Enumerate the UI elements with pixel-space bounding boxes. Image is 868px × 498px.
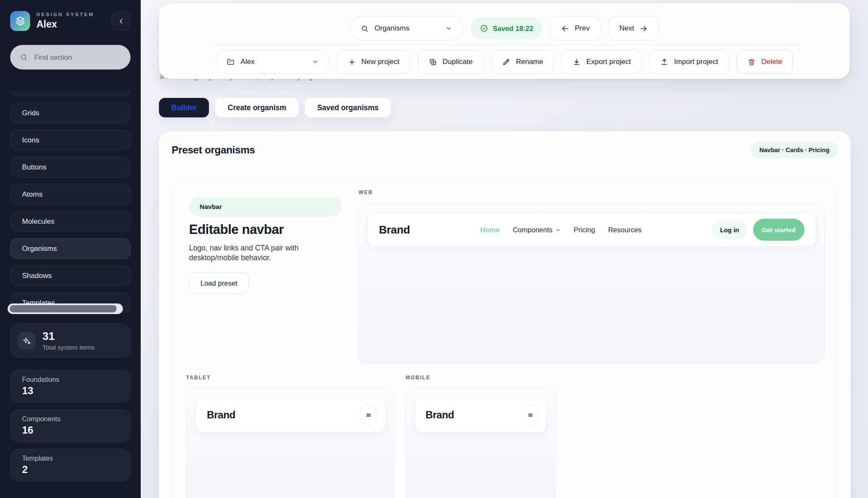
web-navbar-preview: Brand Home Components Pricing Resources (367, 213, 816, 247)
sidebar-item-label: Atoms (22, 190, 42, 199)
export-project-label: Export project (586, 58, 631, 66)
sidebar-item-molecules[interactable]: Molecules (10, 211, 131, 232)
summary-label: Total system items (42, 344, 95, 351)
app-logo (10, 11, 30, 31)
duplicate-icon (429, 58, 437, 66)
chevron-down-icon (312, 58, 319, 65)
next-button[interactable]: Next (608, 16, 659, 41)
layers-icon (15, 16, 26, 27)
sidebar-item-grids[interactable]: Grids (10, 103, 131, 123)
organism-description: Logo, nav links and CTA pair with deskto… (189, 243, 331, 263)
tablet-section-label: TABLET (186, 375, 211, 381)
tab-create-organism[interactable]: Create organism (215, 98, 298, 117)
sidebar-item-label: Organisms (22, 245, 57, 253)
chevron-down-icon (555, 227, 561, 233)
sidebar-item-icons[interactable]: Icons (10, 130, 131, 150)
toolbar-row-navigation: Organisms Saved 18:22 Prev Next (159, 16, 850, 41)
nav-link-label: Components (513, 226, 553, 234)
prev-button[interactable]: Prev (550, 16, 601, 41)
download-icon (573, 58, 581, 66)
sidebar-horizontal-scrollbar[interactable] (8, 303, 123, 314)
navbar-actions: Log in Get started (712, 219, 804, 241)
upload-icon (660, 58, 668, 66)
delete-label: Delete (761, 58, 782, 66)
mobile-section-label: MOBILE (406, 375, 431, 381)
toolbar-row-project: Alex New project Duplicate (159, 50, 850, 74)
stat-label: Foundations (22, 376, 119, 384)
sidebar-item-label: Buttons (22, 163, 47, 172)
export-project-button[interactable]: Export project (562, 50, 642, 74)
stat-card-foundations: Foundations 13 (10, 370, 131, 403)
login-button[interactable]: Log in (712, 220, 747, 239)
new-project-label: New project (362, 58, 400, 66)
preset-organisms-card: Preset organisms Navbar · Cards · Pricin… (159, 131, 851, 498)
sidebar-item-label: Molecules (22, 217, 55, 226)
rename-label: Rename (516, 58, 543, 66)
tab-builder[interactable]: Builder (159, 98, 209, 117)
scrollbar-thumb[interactable] (10, 305, 117, 312)
brand-label: DESIGN SYSTEM (36, 12, 94, 17)
brand-name: Alex (36, 19, 94, 30)
app-screen: DESIGN SYSTEM Alex Find section Grids Ic… (0, 0, 868, 498)
tablet-navbar-preview: Brand (195, 397, 386, 433)
nav-link-home[interactable]: Home (480, 226, 500, 234)
duplicate-button[interactable]: Duplicate (418, 50, 484, 74)
saved-status-text: Saved 18:22 (493, 25, 533, 33)
toolbar-card: Organisms Saved 18:22 Prev Next (159, 3, 850, 79)
saved-status-badge: Saved 18:22 (470, 17, 542, 39)
next-label: Next (619, 24, 634, 33)
trash-icon (748, 58, 756, 66)
navbar-brand: Brand (426, 409, 454, 421)
sidebar-item-label: Shadows (22, 272, 52, 280)
sidebar-item-shadows[interactable]: Shadows (10, 265, 131, 286)
plus-icon (348, 58, 356, 66)
sidebar-item-atoms[interactable]: Atoms (10, 184, 131, 205)
hamburger-icon (365, 412, 372, 418)
sidebar-nav: Grids Icons Buttons Atoms Molecules Orga… (0, 91, 141, 314)
nav-link-pricing[interactable]: Pricing (574, 226, 595, 234)
section-select[interactable]: Organisms (350, 16, 463, 41)
load-preset-button[interactable]: Load preset (189, 272, 249, 294)
sidebar-item-label: Icons (22, 136, 39, 145)
hamburger-menu-button[interactable] (360, 404, 377, 426)
delete-button[interactable]: Delete (737, 50, 793, 74)
sidebar-collapse-button[interactable] (111, 11, 131, 31)
mobile-navbar-preview: Brand (415, 397, 547, 433)
import-project-label: Import project (674, 58, 718, 66)
import-project-button[interactable]: Import project (649, 50, 729, 74)
hamburger-menu-button[interactable] (522, 404, 539, 426)
organism-type-badge: Navbar (189, 197, 342, 217)
get-started-button[interactable]: Get started (753, 219, 804, 241)
project-select[interactable]: Alex (216, 50, 329, 74)
duplicate-label: Duplicate (442, 58, 473, 66)
sidebar-item-partial[interactable] (10, 91, 131, 96)
nav-link-components[interactable]: Components (513, 226, 561, 234)
navbar-links: Home Components Pricing Resources (418, 226, 704, 234)
stat-value: 2 (22, 464, 119, 476)
stat-label: Templates (22, 455, 119, 462)
arrow-left-icon (561, 25, 569, 33)
hamburger-icon (527, 412, 534, 418)
search-icon (19, 53, 28, 61)
web-section-label: WEB (359, 189, 373, 195)
web-preview-box: Brand Home Components Pricing Resources (358, 203, 825, 364)
organism-heading: Editable navbar (189, 222, 284, 237)
summary-value: 31 (42, 331, 95, 342)
stat-value: 16 (22, 424, 119, 436)
stat-value: 13 (22, 385, 119, 397)
nav-link-resources[interactable]: Resources (608, 226, 642, 234)
prev-label: Prev (575, 24, 590, 33)
navbar-brand: Brand (379, 223, 410, 236)
mobile-preview-box: Brand (405, 387, 556, 498)
sidebar-item-buttons[interactable]: Buttons (10, 157, 131, 178)
search-input[interactable]: Find section (10, 45, 131, 70)
preset-header: Preset organisms Navbar · Cards · Pricin… (172, 142, 838, 158)
sidebar-item-label: Grids (22, 109, 39, 117)
pencil-icon (502, 58, 510, 66)
new-project-button[interactable]: New project (337, 50, 411, 74)
rename-button[interactable]: Rename (491, 50, 554, 74)
sidebar-header: DESIGN SYSTEM Alex (10, 11, 131, 31)
sidebar-item-organisms[interactable]: Organisms (10, 238, 131, 259)
tab-saved-organisms[interactable]: Saved organisms (305, 98, 391, 117)
preset-inner-card: Navbar Editable navbar Logo, nav links a… (172, 181, 836, 498)
